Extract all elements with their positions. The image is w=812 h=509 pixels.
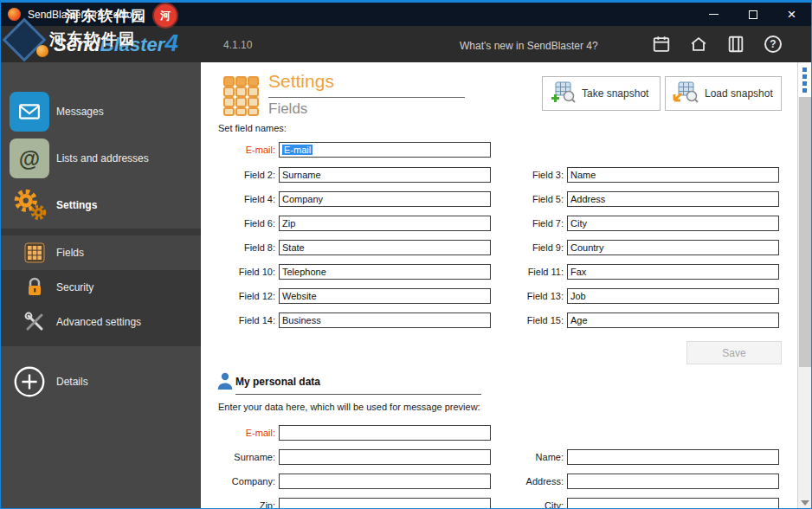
sidebar-item-security[interactable]: Security (1, 270, 201, 305)
logo-text: SendBlaster4 (54, 29, 178, 57)
field-row: Field 14: Field 15: (201, 308, 783, 332)
load-snapshot-label: Load snapshot (705, 87, 773, 100)
header-icons (652, 35, 783, 54)
minimize-button[interactable] (694, 3, 733, 26)
email-field-row: E-mail: E-mail (201, 140, 783, 159)
sidebar-item-label: Security (56, 281, 93, 293)
field-input[interactable] (567, 264, 779, 280)
field-input[interactable] (279, 312, 491, 328)
sidebar-item-label: Settings (56, 199, 97, 211)
fields-grid-icon (23, 242, 46, 264)
sidebar-item-settings[interactable]: Settings (1, 182, 201, 229)
help-icon[interactable] (764, 35, 783, 54)
field-input[interactable] (567, 312, 779, 328)
load-snapshot-icon (673, 81, 699, 107)
sidebar-item-label: Advanced settings (56, 316, 141, 328)
vertical-scrollbar[interactable] (797, 62, 811, 508)
sidebar-item-label: Messages (56, 106, 104, 118)
sidebar-item-details[interactable]: Details (1, 358, 201, 405)
field-rows: Field 2: Field 3: Field 4: Field 5: Fiel… (201, 163, 783, 332)
field-input[interactable] (279, 474, 491, 489)
set-field-names-label: Set field names: (218, 123, 287, 133)
field-input[interactable] (567, 191, 779, 207)
field-input[interactable] (567, 216, 779, 231)
sidebar-item-label: Details (56, 376, 88, 388)
field-input[interactable] (279, 425, 491, 441)
field-input[interactable] (567, 474, 779, 489)
selected-text: E-mail (282, 145, 313, 155)
minimize-icon (709, 14, 719, 15)
field-input[interactable] (279, 240, 491, 255)
settings-subpanel: Fields Security (1, 229, 201, 346)
whats-new-link[interactable]: What's new in SendBlaster 4? (460, 40, 598, 52)
sidebar-item-label: Lists and addresses (56, 152, 149, 164)
scrollbar-thumb[interactable] (799, 97, 811, 367)
load-snapshot-button[interactable]: Load snapshot (665, 76, 782, 111)
field-label: Field 11: (491, 267, 567, 277)
save-button[interactable]: Save (686, 341, 782, 364)
field-row: Field 8: Field 9: (201, 235, 783, 260)
field-label: Field 2: (201, 170, 279, 180)
personal-data-row: Surname: Name: (201, 445, 783, 469)
field-input[interactable] (279, 216, 491, 231)
field-label: Surname: (201, 452, 279, 462)
field-input[interactable] (567, 240, 779, 255)
lock-icon (23, 276, 46, 299)
sidebar-item-messages[interactable]: Messages (1, 88, 201, 135)
field-input[interactable] (279, 288, 491, 304)
sidebar-item-fields[interactable]: Fields (1, 235, 201, 270)
field-input[interactable] (567, 288, 779, 304)
close-icon (788, 7, 796, 23)
field-input[interactable] (279, 167, 491, 183)
field-label: E-mail: (201, 428, 279, 438)
field-row: Field 6: Field 7: (201, 211, 783, 235)
plus-circle-icon (10, 362, 49, 402)
personal-divider (235, 394, 481, 395)
field-row: Field 10: Field 11: (201, 260, 783, 284)
home-icon[interactable] (689, 35, 708, 54)
film-icon[interactable] (726, 35, 745, 54)
personal-data-row: Company: Address: (201, 469, 783, 493)
splitter-gripper-icon[interactable] (798, 62, 811, 97)
sidebar-item-label: Fields (56, 247, 84, 259)
field-label: Name: (491, 452, 567, 462)
take-snapshot-icon (550, 81, 576, 107)
field-label: Field 4: (201, 194, 279, 204)
field-label: Field 6: (201, 218, 279, 229)
field-label: Field 8: (201, 242, 279, 253)
personal-data-row: Zip: City: (201, 493, 783, 509)
personal-rows: E-mail: Surname: Name: Company: Address:… (201, 421, 783, 509)
sidebar-item-advanced-settings[interactable]: Advanced settings (1, 305, 201, 339)
maximize-button[interactable] (733, 3, 772, 26)
sidebar-item-lists-and-addresses[interactable]: Lists and addresses (1, 135, 201, 182)
tools-icon (23, 311, 46, 333)
field-row: Field 2: Field 3: (201, 163, 783, 187)
email-field-input[interactable]: E-mail (279, 142, 491, 158)
field-input[interactable] (567, 449, 779, 465)
field-input[interactable] (279, 191, 491, 207)
address-book-icon (10, 139, 49, 178)
app-window: SendBlaster Pro Edition 4.1.10 What's ne… (0, 0, 812, 509)
header-divider (268, 97, 465, 98)
personal-data-title: My personal data (235, 376, 320, 388)
field-input[interactable] (567, 167, 779, 183)
fields-page-icon (219, 74, 262, 120)
field-label: Company: (201, 476, 279, 486)
field-label: Field 14: (201, 315, 279, 325)
person-icon (216, 370, 234, 395)
field-input[interactable] (279, 449, 491, 465)
field-label: Field 7: (491, 218, 567, 229)
calendar-icon[interactable] (652, 35, 671, 54)
field-label: Field 10: (201, 267, 279, 277)
window-border-top (0, 0, 812, 3)
take-snapshot-button[interactable]: Take snapshot (542, 76, 661, 111)
scrollbar-down-arrow-icon[interactable] (801, 500, 809, 506)
close-button[interactable] (772, 3, 811, 26)
field-label: Field 15: (491, 315, 567, 325)
personal-data-row: E-mail: (201, 421, 783, 445)
gears-icon (10, 185, 49, 225)
sendblaster-logo: SendBlaster4 (0, 17, 216, 62)
field-input[interactable] (279, 264, 491, 280)
breadcrumb-section: Settings (268, 71, 334, 92)
field-label: Address: (491, 476, 567, 486)
